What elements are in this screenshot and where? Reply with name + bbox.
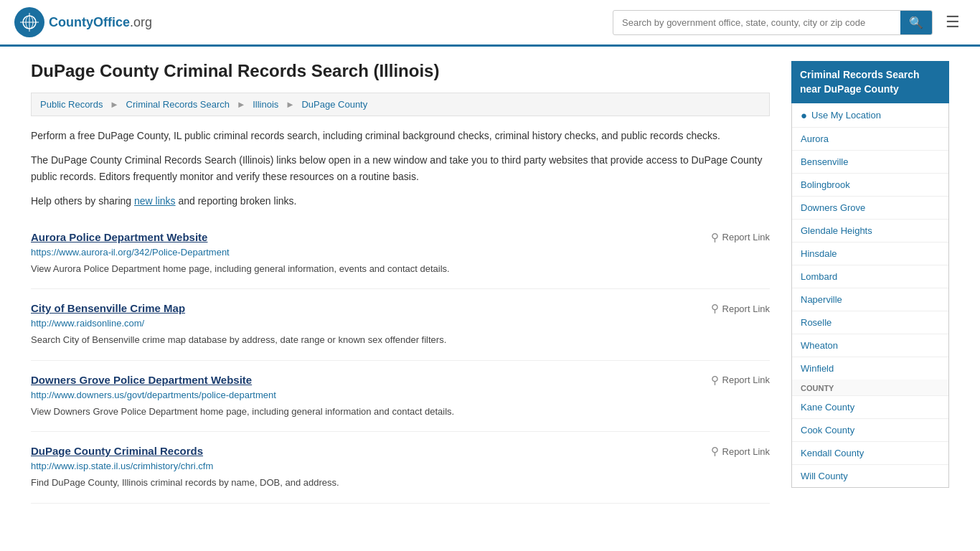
report-link-button-1[interactable]: ⚲ Report Link — [711, 302, 770, 315]
sidebar-city-3: Downers Grove — [792, 197, 948, 220]
logo-icon — [14, 7, 44, 37]
sidebar-city-10: Winfield — [792, 357, 948, 380]
report-link-label-1: Report Link — [722, 303, 770, 314]
sidebar-city-link-4[interactable]: Glendale Heights — [801, 225, 872, 236]
search-button[interactable]: 🔍 — [900, 11, 932, 34]
sidebar-county-3: Will County — [792, 465, 948, 487]
sidebar-county-link-3[interactable]: Will County — [801, 471, 848, 481]
sidebar-city-7: Naperville — [792, 288, 948, 311]
sidebar-city-link-9[interactable]: Wheaton — [801, 340, 838, 351]
sidebar-counties: Kane CountyCook CountyKendall CountyWill… — [792, 396, 948, 487]
result-header-2: Downers Grove Police Department Website … — [31, 374, 770, 387]
sidebar-city-5: Hinsdale — [792, 242, 948, 265]
result-url-0[interactable]: https://www.aurora-il.org/342/Police-Dep… — [31, 247, 770, 258]
description-3: Help others by sharing new links and rep… — [31, 193, 770, 209]
use-location-link[interactable]: Use My Location — [811, 110, 881, 121]
breadcrumb-criminal-records[interactable]: Criminal Records Search — [126, 99, 230, 110]
report-link-button-2[interactable]: ⚲ Report Link — [711, 374, 770, 387]
sidebar-county-1: Cook County — [792, 419, 948, 442]
logo[interactable]: CountyOffice.org — [14, 7, 152, 37]
sidebar-county-label: County — [792, 380, 948, 396]
menu-button[interactable]: ☰ — [940, 10, 966, 34]
result-title-3[interactable]: DuPage County Criminal Records — [31, 445, 203, 457]
result-title-1[interactable]: City of Bensenville Crime Map — [31, 302, 185, 314]
report-link-button-0[interactable]: ⚲ Report Link — [711, 231, 770, 244]
report-icon-0: ⚲ — [711, 231, 719, 244]
report-link-label-0: Report Link — [722, 232, 770, 242]
sidebar-city-6: Lombard — [792, 265, 948, 288]
result-url-1[interactable]: http://www.raidsonline.com/ — [31, 318, 770, 329]
result-header-3: DuPage County Criminal Records ⚲ Report … — [31, 445, 770, 458]
sidebar-city-link-3[interactable]: Downers Grove — [801, 202, 865, 213]
result-desc-2: View Downers Grove Police Department hom… — [31, 405, 770, 419]
breadcrumb-illinois[interactable]: Illinois — [253, 99, 278, 110]
sidebar-cities: AuroraBensenvilleBolingbrookDowners Grov… — [792, 128, 948, 380]
header-right: 🔍 ☰ — [613, 10, 966, 35]
sidebar-county-link-1[interactable]: Cook County — [801, 425, 854, 435]
sidebar-box: ● Use My Location AuroraBensenvilleBolin… — [791, 103, 949, 488]
sidebar-city-1: Bensenville — [792, 151, 948, 174]
sidebar-city-link-1[interactable]: Bensenville — [801, 156, 849, 167]
search-input[interactable] — [613, 12, 900, 33]
report-link-button-3[interactable]: ⚲ Report Link — [711, 445, 770, 458]
new-links-link[interactable]: new links — [134, 195, 176, 207]
sidebar-city-2: Bolingbrook — [792, 174, 948, 197]
result-header-0: Aurora Police Department Website ⚲ Repor… — [31, 231, 770, 244]
logo-text: CountyOffice.org — [49, 15, 152, 30]
sidebar-city-link-10[interactable]: Winfield — [801, 363, 834, 374]
result-item: DuPage County Criminal Records ⚲ Report … — [31, 432, 770, 504]
result-item: Aurora Police Department Website ⚲ Repor… — [31, 218, 770, 290]
result-item: Downers Grove Police Department Website … — [31, 361, 770, 433]
sidebar-city-8: Roselle — [792, 311, 948, 334]
sidebar-county-0: Kane County — [792, 396, 948, 419]
breadcrumb-dupage-county[interactable]: DuPage County — [301, 99, 367, 110]
location-pin-icon: ● — [801, 109, 807, 121]
breadcrumb-public-records[interactable]: Public Records — [40, 99, 103, 110]
sidebar-header: Criminal Records Search near DuPage Coun… — [791, 61, 949, 103]
sidebar-city-link-2[interactable]: Bolingbrook — [801, 179, 850, 190]
desc3-post: and reporting broken links. — [176, 195, 297, 207]
sidebar-city-link-7[interactable]: Naperville — [801, 294, 842, 305]
result-desc-3: Find DuPage County, Illinois criminal re… — [31, 476, 770, 490]
sidebar-city-link-6[interactable]: Lombard — [801, 271, 837, 282]
sidebar-county-link-2[interactable]: Kendall County — [801, 448, 864, 458]
result-url-3[interactable]: http://www.isp.state.il.us/crimhistory/c… — [31, 461, 770, 471]
breadcrumb-sep-1: ► — [110, 99, 119, 110]
breadcrumb-sep-3: ► — [286, 99, 295, 110]
sidebar-city-link-8[interactable]: Roselle — [801, 317, 831, 328]
search-bar: 🔍 — [613, 10, 933, 35]
sidebar: Criminal Records Search near DuPage Coun… — [791, 61, 949, 504]
result-title-0[interactable]: Aurora Police Department Website — [31, 231, 207, 243]
results-container: Aurora Police Department Website ⚲ Repor… — [31, 218, 770, 504]
content-area: DuPage County Criminal Records Search (I… — [31, 61, 770, 504]
breadcrumb: Public Records ► Criminal Records Search… — [31, 93, 770, 116]
sidebar-city-link-0[interactable]: Aurora — [801, 133, 829, 144]
result-item: City of Bensenville Crime Map ⚲ Report L… — [31, 289, 770, 361]
description-2: The DuPage County Criminal Records Searc… — [31, 152, 770, 184]
page-title: DuPage County Criminal Records Search (I… — [31, 61, 770, 81]
result-url-2[interactable]: http://www.downers.us/govt/departments/p… — [31, 390, 770, 400]
breadcrumb-sep-2: ► — [237, 99, 246, 110]
description-1: Perform a free DuPage County, IL public … — [31, 128, 770, 143]
sidebar-city-0: Aurora — [792, 128, 948, 151]
report-link-label-2: Report Link — [722, 375, 770, 385]
sidebar-county-2: Kendall County — [792, 442, 948, 465]
report-icon-1: ⚲ — [711, 302, 719, 315]
report-icon-3: ⚲ — [711, 445, 719, 458]
report-icon-2: ⚲ — [711, 374, 719, 387]
result-title-2[interactable]: Downers Grove Police Department Website — [31, 374, 252, 386]
sidebar-city-4: Glendale Heights — [792, 220, 948, 242]
site-header: CountyOffice.org 🔍 ☰ — [0, 0, 980, 47]
result-desc-0: View Aurora Police Department home page,… — [31, 262, 770, 276]
sidebar-city-link-5[interactable]: Hinsdale — [801, 248, 837, 259]
main-container: DuPage County Criminal Records Search (I… — [17, 47, 963, 518]
logo-domain: .org — [130, 15, 152, 29]
result-desc-1: Search City of Bensenville crime map dat… — [31, 333, 770, 347]
desc3-pre: Help others by sharing — [31, 195, 134, 207]
sidebar-county-link-0[interactable]: Kane County — [801, 402, 854, 413]
sidebar-city-9: Wheaton — [792, 334, 948, 357]
use-my-location[interactable]: ● Use My Location — [792, 103, 948, 128]
result-header-1: City of Bensenville Crime Map ⚲ Report L… — [31, 302, 770, 315]
report-link-label-3: Report Link — [722, 446, 770, 457]
logo-name: CountyOffice — [49, 15, 130, 29]
